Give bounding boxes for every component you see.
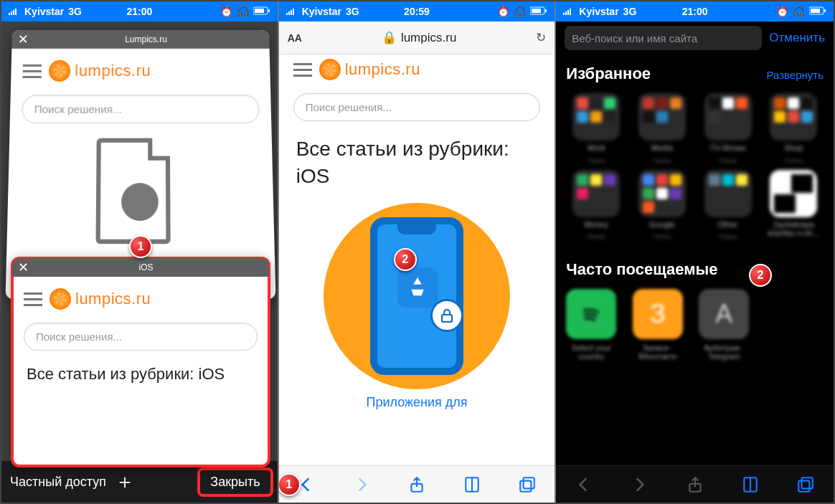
tab-card-header: ✕ Lumpics.ru: [11, 30, 269, 49]
tab-switcher-toolbar: Частный доступ ＋ Закрыть: [1, 461, 278, 503]
alarm-icon: ⏰: [497, 6, 509, 17]
search-input[interactable]: Поиск решения...: [22, 95, 260, 123]
search-bar-row: Веб-поиск или имя сайта Отменить: [556, 22, 834, 54]
battery-icon: [809, 6, 826, 17]
favorite-folder[interactable]: TV-ShowsПапка: [698, 93, 758, 166]
network-label: 3G: [623, 6, 637, 17]
carrier-label: Kyivstar: [302, 6, 341, 17]
search-input[interactable]: Поиск решения...: [24, 323, 258, 351]
document-gear-icon: [95, 138, 185, 244]
tabs-icon[interactable]: [793, 472, 818, 497]
frequent-site[interactable]: ЗЗаписи · ВКонтакте: [633, 289, 683, 361]
svg-rect-6: [268, 9, 270, 12]
bookmarks-icon[interactable]: [460, 472, 484, 497]
carrier-label: Kyivstar: [24, 6, 64, 17]
svg-rect-13: [545, 9, 547, 12]
orange-icon: [319, 59, 341, 80]
page-content: lumpics.ru Поиск решения... Все статьи и…: [279, 54, 555, 465]
favorite-folder[interactable]: OtherПапка: [698, 170, 758, 242]
tab-page-preview: lumpics.ru Поиск решения... Все статьи и…: [12, 277, 269, 392]
svg-rect-23: [811, 9, 820, 13]
tab-switcher: ✕ Lumpics.ru lumpics.ru Поиск решения...…: [1, 22, 278, 461]
new-tab-icon[interactable]: ＋: [115, 468, 135, 495]
close-tab-icon[interactable]: ✕: [17, 33, 28, 46]
orange-icon: [49, 60, 71, 82]
lock-icon: [430, 299, 463, 332]
svg-rect-24: [824, 9, 826, 12]
hamburger-icon[interactable]: [24, 293, 42, 306]
svg-rect-2: [13, 10, 14, 15]
favorite-site[interactable]: Zachetnaya knizhka n-oh...: [763, 170, 824, 242]
svg-rect-9: [291, 10, 292, 15]
page-heading: Все статьи из рубрики: iOS: [24, 363, 258, 385]
phone-icon: [370, 217, 463, 375]
private-browsing-button[interactable]: Частный доступ: [10, 475, 106, 490]
tabs-icon[interactable]: [515, 472, 539, 497]
address-bar[interactable]: AA 🔒 lumpics.ru ↻: [279, 22, 555, 54]
network-label: 3G: [68, 6, 82, 17]
favorite-folder[interactable]: GoogleПапка: [632, 170, 692, 242]
forward-icon: [627, 472, 651, 497]
frequently-visited-title: Часто посещаемые: [566, 260, 717, 279]
status-bar: Kyivstar 3G 21:00 ⏰ 🎧: [1, 1, 278, 22]
step-badge-1: 1: [279, 473, 301, 496]
frequently-visited-row: Select your country ЗЗаписи · ВКонтакте …: [566, 289, 824, 362]
headphones-icon: 🎧: [793, 6, 805, 17]
favorite-folder[interactable]: MoneyПапка: [566, 170, 626, 242]
battery-icon: [530, 6, 547, 17]
web-search-input[interactable]: Веб-поиск или имя сайта: [565, 26, 762, 50]
frequent-site[interactable]: Select your country: [566, 289, 616, 361]
step-badge-2: 2: [394, 248, 417, 271]
svg-rect-20: [567, 10, 569, 15]
svg-rect-18: [563, 13, 565, 15]
carrier-label: Kyivstar: [579, 6, 618, 17]
feature-illustration: [324, 203, 510, 389]
text-size-button[interactable]: AA: [288, 32, 302, 44]
favorites-grid: WorkПапка MediaПапка TV-ShowsПапка ShopП…: [566, 93, 824, 242]
frequent-site[interactable]: ААрбитраж · Telegram: [699, 289, 749, 361]
bookmarks-icon[interactable]: [738, 472, 763, 497]
step-badge-2: 2: [749, 264, 772, 287]
done-button[interactable]: Закрыть: [200, 470, 270, 494]
svg-rect-8: [288, 11, 290, 15]
close-tab-icon[interactable]: ✕: [18, 261, 29, 274]
site-logo: lumpics.ru: [49, 60, 151, 82]
site-logo: lumpics.ru: [49, 288, 151, 310]
svg-rect-0: [9, 13, 10, 15]
search-input[interactable]: Поиск решения...: [293, 93, 541, 121]
expand-button[interactable]: Развернуть: [766, 69, 824, 81]
share-icon[interactable]: [405, 472, 429, 497]
reload-icon[interactable]: ↻: [536, 30, 546, 45]
forward-icon[interactable]: [349, 472, 374, 497]
svg-rect-3: [15, 9, 16, 15]
headphones-icon: 🎧: [237, 6, 249, 17]
site-logo: lumpics.ru: [319, 59, 420, 80]
headphones-icon: 🎧: [514, 6, 526, 17]
svg-rect-27: [802, 477, 813, 488]
favorite-folder[interactable]: WorkПапка: [566, 93, 626, 166]
svg-rect-16: [523, 477, 534, 488]
svg-rect-12: [532, 9, 541, 13]
signal-icon: [9, 6, 20, 17]
svg-rect-19: [565, 11, 567, 15]
battery-icon: [253, 6, 270, 17]
favorite-folder[interactable]: ShopПапка: [763, 93, 824, 166]
cancel-button[interactable]: Отменить: [769, 31, 825, 45]
orange-icon: [49, 288, 71, 310]
favorites-title: Избранное: [566, 65, 651, 83]
svg-rect-14: [442, 315, 452, 322]
status-bar: Kyivstar 3G 20:59 ⏰ 🎧: [279, 1, 555, 22]
screenshot-1: Kyivstar 3G 21:00 ⏰ 🎧 ✕ Lumpics.ru lumpi…: [1, 1, 279, 503]
svg-rect-5: [255, 9, 264, 13]
page-heading: Все статьи из рубрики: iOS: [293, 135, 541, 190]
favorite-folder[interactable]: MediaПапка: [632, 93, 692, 166]
article-link[interactable]: Приложения для: [293, 395, 541, 410]
screenshot-2: Kyivstar 3G 20:59 ⏰ 🎧 AA 🔒 lumpics.ru ↻ …: [279, 1, 557, 503]
hamburger-icon[interactable]: [22, 64, 42, 77]
tab-card-2[interactable]: ✕ iOS lumpics.ru Поиск решения... Все ст…: [12, 258, 269, 466]
safari-toolbar: [556, 465, 834, 503]
svg-rect-21: [570, 9, 571, 15]
tab-card-header: ✕ iOS: [12, 258, 269, 277]
safari-toolbar: 1: [279, 465, 555, 503]
hamburger-icon[interactable]: [293, 63, 312, 77]
